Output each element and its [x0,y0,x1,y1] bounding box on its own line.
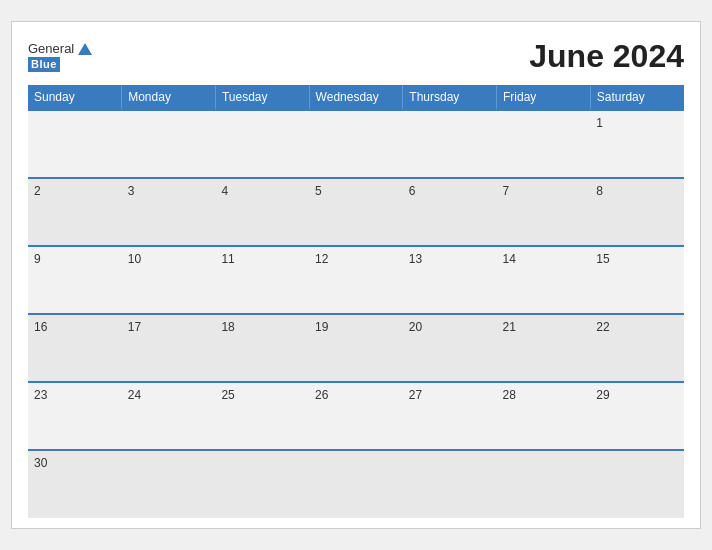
calendar-day-cell [403,450,497,518]
day-number: 18 [221,320,234,334]
calendar-day-cell: 11 [215,246,309,314]
day-number: 22 [596,320,609,334]
calendar-day-cell: 6 [403,178,497,246]
day-number: 3 [128,184,135,198]
calendar-week-row: 23242526272829 [28,382,684,450]
calendar-day-cell: 7 [497,178,591,246]
calendar-day-cell: 2 [28,178,122,246]
calendar-day-cell: 30 [28,450,122,518]
calendar-day-cell: 24 [122,382,216,450]
header-friday: Friday [497,85,591,110]
calendar-week-row: 9101112131415 [28,246,684,314]
calendar-day-cell: 13 [403,246,497,314]
day-number: 1 [596,116,603,130]
header-tuesday: Tuesday [215,85,309,110]
calendar-day-cell [28,110,122,178]
logo-blue-text: Blue [28,57,60,72]
day-number: 4 [221,184,228,198]
calendar-day-cell [590,450,684,518]
calendar-day-cell: 17 [122,314,216,382]
calendar-day-cell: 26 [309,382,403,450]
logo-triangle-icon [78,43,92,55]
day-number: 24 [128,388,141,402]
calendar-day-cell [215,110,309,178]
calendar-week-row: 16171819202122 [28,314,684,382]
header-sunday: Sunday [28,85,122,110]
day-number: 8 [596,184,603,198]
day-number: 7 [503,184,510,198]
weekday-header-row: Sunday Monday Tuesday Wednesday Thursday… [28,85,684,110]
calendar-day-cell: 4 [215,178,309,246]
calendar-day-cell: 23 [28,382,122,450]
calendar-day-cell [497,450,591,518]
day-number: 20 [409,320,422,334]
header-wednesday: Wednesday [309,85,403,110]
day-number: 25 [221,388,234,402]
header-row: General Blue June 2024 [28,38,684,75]
day-number: 2 [34,184,41,198]
day-number: 15 [596,252,609,266]
logo: General Blue [28,41,92,72]
calendar-day-cell: 16 [28,314,122,382]
day-number: 14 [503,252,516,266]
header-saturday: Saturday [590,85,684,110]
day-number: 5 [315,184,322,198]
day-number: 6 [409,184,416,198]
calendar-week-row: 2345678 [28,178,684,246]
calendar-day-cell: 29 [590,382,684,450]
day-number: 27 [409,388,422,402]
calendar-day-cell: 28 [497,382,591,450]
day-number: 28 [503,388,516,402]
day-number: 10 [128,252,141,266]
calendar-container: General Blue June 2024 Sunday Monday Tue… [11,21,701,529]
calendar-day-cell: 1 [590,110,684,178]
day-number: 19 [315,320,328,334]
day-number: 12 [315,252,328,266]
calendar-day-cell [122,110,216,178]
calendar-day-cell: 3 [122,178,216,246]
calendar-day-cell [309,450,403,518]
month-title: June 2024 [529,38,684,75]
calendar-day-cell: 22 [590,314,684,382]
calendar-day-cell: 25 [215,382,309,450]
logo-general-text: General [28,41,74,57]
day-number: 26 [315,388,328,402]
day-number: 23 [34,388,47,402]
calendar-day-cell [497,110,591,178]
day-number: 29 [596,388,609,402]
day-number: 21 [503,320,516,334]
calendar-day-cell: 21 [497,314,591,382]
calendar-day-cell: 14 [497,246,591,314]
calendar-day-cell: 18 [215,314,309,382]
calendar-week-row: 1 [28,110,684,178]
day-number: 17 [128,320,141,334]
calendar-day-cell: 15 [590,246,684,314]
calendar-day-cell: 19 [309,314,403,382]
day-number: 11 [221,252,234,266]
header-thursday: Thursday [403,85,497,110]
calendar-day-cell: 10 [122,246,216,314]
day-number: 13 [409,252,422,266]
header-monday: Monday [122,85,216,110]
calendar-day-cell: 5 [309,178,403,246]
day-number: 9 [34,252,41,266]
calendar-day-cell: 12 [309,246,403,314]
calendar-day-cell: 9 [28,246,122,314]
calendar-day-cell: 27 [403,382,497,450]
calendar-day-cell [122,450,216,518]
calendar-day-cell: 8 [590,178,684,246]
day-number: 16 [34,320,47,334]
calendar-week-row: 30 [28,450,684,518]
calendar-day-cell [309,110,403,178]
calendar-day-cell [403,110,497,178]
calendar-day-cell: 20 [403,314,497,382]
calendar-table: Sunday Monday Tuesday Wednesday Thursday… [28,85,684,518]
calendar-day-cell [215,450,309,518]
day-number: 30 [34,456,47,470]
